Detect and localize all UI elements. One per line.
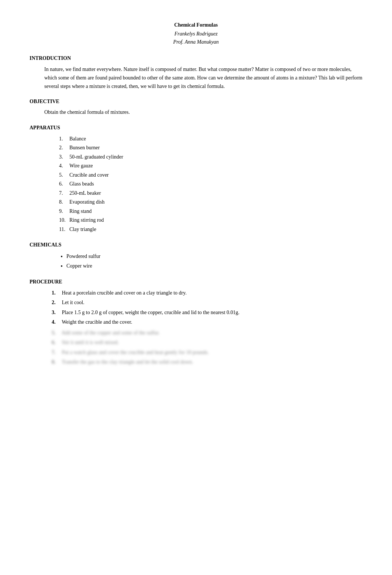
- document-title: Chemical Formulas: [30, 22, 362, 28]
- chemicals-list: Powdered sulfurCopper wire: [66, 252, 362, 271]
- blurred-procedure-item: 5. Add some of the copper and some of th…: [52, 329, 362, 338]
- page-header: Chemical Formulas Frankelys Rodriguez Pr…: [30, 22, 362, 45]
- apparatus-item: Crucible and cover: [59, 171, 362, 180]
- procedure-heading: PROCEDURE: [30, 279, 362, 285]
- procedure-text: Weight the crucible and the cover.: [61, 318, 132, 327]
- apparatus-heading: APPARATUS: [30, 125, 362, 131]
- introduction-section: INTRODUCTION In nature, we find matter e…: [30, 55, 362, 91]
- apparatus-item: Ring stand: [59, 207, 362, 216]
- apparatus-item: Evaporating dish: [59, 198, 362, 207]
- apparatus-item: 250-mL beaker: [59, 189, 362, 198]
- introduction-body: In nature, we find matter everywhere. Na…: [44, 65, 362, 91]
- procedure-number: 4.: [52, 318, 61, 327]
- apparatus-item: Bunsen burner: [59, 143, 362, 153]
- chemicals-section: CHEMICALS Powdered sulfurCopper wire: [30, 242, 362, 271]
- apparatus-item: Balance: [59, 135, 362, 144]
- procedure-list: 1. Heat a porcelain crucible and cover o…: [52, 289, 362, 327]
- chemicals-heading: CHEMICALS: [30, 242, 362, 248]
- blurred-procedure-text: Add some of the copper and some of the s…: [61, 329, 160, 338]
- apparatus-item: Glass beads: [59, 180, 362, 189]
- chemical-item: Powdered sulfur: [66, 252, 362, 261]
- procedure-text: Heat a porcelain crucible and cover on a…: [61, 289, 187, 298]
- procedure-item: 4. Weight the crucible and the cover.: [52, 318, 362, 327]
- blurred-procedure-number: 6.: [52, 338, 61, 347]
- author-name: Frankelys Rodriguez: [30, 31, 362, 37]
- procedure-number: 1.: [52, 289, 61, 298]
- objective-body: Obtain the chemical formula of mixtures.: [44, 108, 362, 116]
- apparatus-section: APPARATUS BalanceBunsen burner50-mL grad…: [30, 125, 362, 234]
- apparatus-item: Ring stirring rod: [59, 216, 362, 225]
- chemical-item: Copper wire: [66, 261, 362, 271]
- procedure-item: 1. Heat a porcelain crucible and cover o…: [52, 289, 362, 298]
- blurred-procedure: 5. Add some of the copper and some of th…: [52, 329, 362, 367]
- procedure-item: 3. Place 1.5 g to 2.0 g of copper, weigh…: [52, 308, 362, 317]
- blurred-procedure-text: Transfer the gas to the clay triangle an…: [61, 358, 193, 367]
- blurred-procedure-item: 7. Put a watch glass and cover the cruci…: [52, 348, 362, 357]
- objective-heading: OBJECTIVE: [30, 99, 362, 105]
- apparatus-list: BalanceBunsen burner50-mL graduated cyli…: [59, 135, 362, 234]
- procedure-text: Let it cool.: [61, 298, 85, 307]
- professor-name: Prof. Anna Manukyan: [30, 39, 362, 45]
- blurred-procedure-number: 8.: [52, 358, 61, 367]
- procedure-number: 3.: [52, 308, 61, 317]
- apparatus-item: Clay triangle: [59, 225, 362, 234]
- apparatus-item: 50-mL graduated cylinder: [59, 153, 362, 162]
- apparatus-item: Wire gauze: [59, 161, 362, 171]
- objective-section: OBJECTIVE Obtain the chemical formula of…: [30, 99, 362, 116]
- blurred-procedure-number: 5.: [52, 329, 61, 338]
- procedure-item: 2. Let it cool.: [52, 298, 362, 307]
- blurred-procedure-text: Stir it until it is well mixed.: [61, 338, 119, 347]
- blurred-procedure-item: 8. Transfer the gas to the clay triangle…: [52, 358, 362, 367]
- blurred-procedure-text: Put a watch glass and cover the crucible…: [61, 348, 209, 357]
- procedure-text: Place 1.5 g to 2.0 g of copper, weight t…: [61, 308, 240, 317]
- blurred-procedure-item: 6. Stir it until it is well mixed.: [52, 338, 362, 347]
- blurred-procedure-number: 7.: [52, 348, 61, 357]
- procedure-section: PROCEDURE 1. Heat a porcelain crucible a…: [30, 279, 362, 367]
- introduction-heading: INTRODUCTION: [30, 55, 362, 61]
- procedure-number: 2.: [52, 298, 61, 307]
